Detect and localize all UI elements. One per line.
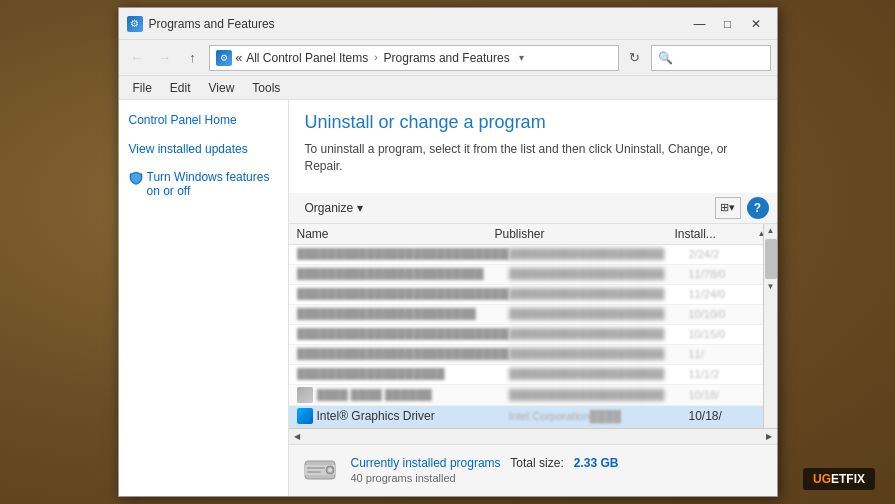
intel-date: 10/18/	[689, 409, 769, 423]
menu-tools[interactable]: Tools	[244, 79, 288, 97]
window-title: Programs and Features	[149, 17, 687, 31]
row-name: ███████████████████████	[297, 308, 509, 320]
toolbar: Organize ▾ ⊞▾ ?	[289, 193, 777, 224]
table-row-intel[interactable]: Intel® Graphics Driver Intel Corporation…	[289, 406, 777, 428]
address-bar-icon: ⚙	[216, 50, 232, 66]
window-controls: — □ ✕	[687, 14, 769, 34]
row-date: 10/15/0	[689, 328, 769, 340]
svg-rect-4	[307, 467, 325, 469]
svg-rect-5	[307, 471, 321, 473]
menu-file[interactable]: File	[125, 79, 160, 97]
intel-name-text: Intel® Graphics Driver	[317, 409, 435, 423]
address-bar[interactable]: ⚙ « All Control Panel Items › Programs a…	[209, 45, 619, 71]
row-publisher: ████████████████████	[509, 368, 689, 380]
minimize-button[interactable]: —	[687, 14, 713, 34]
forward-button[interactable]: →	[153, 46, 177, 70]
row-date: 2/24/2	[689, 248, 769, 260]
view-toggle-button[interactable]: ⊞▾	[715, 197, 741, 219]
main-description: To uninstall a program, select it from t…	[305, 141, 761, 175]
row-publisher: ████████████████████	[509, 389, 689, 401]
hdd-icon	[301, 451, 339, 489]
row-date: 10/18/	[689, 389, 769, 401]
row-publisher: ████████████████████	[509, 248, 689, 260]
program-list: ████████████████████████████ ███████████…	[289, 245, 777, 428]
nav-bar: ← → ↑ ⚙ « All Control Panel Items › Prog…	[119, 40, 777, 76]
row-publisher: ████████████████████	[509, 308, 689, 320]
row-name: ██████████████████████████████████	[297, 328, 509, 340]
address-path2: Programs and Features	[384, 51, 510, 65]
ugetfix-suffix: ETFIX	[831, 472, 865, 486]
row-name: ████ ████ ██████	[317, 389, 432, 401]
programs-features-window: ⚙ Programs and Features — □ ✕ ← → ↑ ⚙ « …	[118, 7, 778, 497]
main-panel: Uninstall or change a program To uninsta…	[289, 100, 777, 496]
col-header-installed[interactable]: Install...	[675, 227, 755, 241]
sidebar-view-updates[interactable]: View installed updates	[129, 141, 278, 158]
scroll-right-arrow[interactable]: ▶	[761, 428, 777, 444]
content-area: Control Panel Home View installed update…	[119, 100, 777, 496]
intel-icon	[297, 408, 313, 424]
status-main-text: Currently installed programs	[351, 456, 501, 470]
address-chevron: ›	[374, 52, 377, 63]
row-name: ███████████████████	[297, 368, 509, 380]
svg-point-3	[328, 468, 332, 472]
help-button[interactable]: ?	[747, 197, 769, 219]
sidebar: Control Panel Home View installed update…	[119, 100, 289, 496]
table-row[interactable]: ████████████████████████ ███████████████…	[289, 265, 777, 285]
row-publisher: ████████████████████	[509, 348, 689, 360]
window-icon: ⚙	[127, 16, 143, 32]
status-bar: Currently installed programs Total size:…	[289, 444, 777, 496]
list-header: Name Publisher Install... ▲	[289, 224, 777, 245]
row-publisher: ████████████████████	[509, 328, 689, 340]
address-dropdown-button[interactable]: ▾	[514, 45, 530, 71]
status-size-value: 2.33 GB	[574, 456, 619, 470]
menu-bar: File Edit View Tools	[119, 76, 777, 100]
row-date: 10/10/0	[689, 308, 769, 320]
table-row[interactable]: ███████████████████ ████████████████████…	[289, 365, 777, 385]
table-row[interactable]: ███████████████████████ ████████████████…	[289, 305, 777, 325]
scroll-thumb[interactable]	[765, 239, 777, 279]
row-date: 11/	[689, 348, 769, 360]
row-name: ████████████████████████████	[297, 248, 509, 260]
search-box[interactable]: 🔍	[651, 45, 771, 71]
menu-edit[interactable]: Edit	[162, 79, 199, 97]
search-icon: 🔍	[658, 51, 673, 65]
vertical-scrollbar[interactable]: ▲ ▼	[763, 224, 777, 428]
scroll-left-arrow[interactable]: ◀	[289, 428, 305, 444]
status-text: Currently installed programs Total size:…	[351, 456, 619, 484]
table-row[interactable]: ████████████████████████████████ ███████…	[289, 285, 777, 305]
table-row[interactable]: ██████████████████████████████████ █████…	[289, 325, 777, 345]
address-path1: «	[236, 51, 243, 65]
organize-button[interactable]: Organize ▾	[297, 198, 371, 218]
row-date: 11/78/0	[689, 268, 769, 280]
ugetfix-badge: UGETFIX	[803, 468, 875, 490]
main-title: Uninstall or change a program	[305, 112, 761, 133]
maximize-button[interactable]: □	[715, 14, 741, 34]
row-name: ████████████████████████	[297, 268, 509, 280]
refresh-button[interactable]: ↻	[623, 46, 647, 70]
horizontal-scrollbar[interactable]: ◀ ▶	[289, 428, 777, 444]
row-date: 11/1/2	[689, 368, 769, 380]
close-button[interactable]: ✕	[743, 14, 769, 34]
table-row[interactable]: ████████████████████████████ ███████████…	[289, 245, 777, 265]
intel-publisher: Intel Corporation████	[509, 410, 689, 422]
title-bar: ⚙ Programs and Features — □ ✕	[119, 8, 777, 40]
row-name: █████████████████████████████	[297, 348, 509, 360]
menu-view[interactable]: View	[201, 79, 243, 97]
scroll-track	[305, 431, 761, 441]
table-row[interactable]: █████████████████████████████ ██████████…	[289, 345, 777, 365]
sidebar-windows-features[interactable]: Turn Windows features on or off	[129, 170, 278, 198]
address-path1-text: All Control Panel Items	[246, 51, 368, 65]
col-header-name[interactable]: Name	[297, 227, 495, 241]
row-name: ████████████████████████████████	[297, 288, 509, 300]
back-button[interactable]: ←	[125, 46, 149, 70]
row-with-icon: ████ ████ ██████	[297, 387, 509, 403]
up-button[interactable]: ↑	[181, 46, 205, 70]
scroll-down-arrow[interactable]: ▼	[764, 280, 778, 294]
scroll-up-arrow[interactable]: ▲	[764, 224, 778, 238]
shield-icon	[129, 171, 143, 185]
col-header-publisher[interactable]: Publisher	[495, 227, 675, 241]
row-publisher: ████████████████████	[509, 288, 689, 300]
table-row[interactable]: ████ ████ ██████ ████████████████████ 10…	[289, 385, 777, 406]
sidebar-control-panel-home[interactable]: Control Panel Home	[129, 112, 278, 129]
intel-row-name: Intel® Graphics Driver	[297, 408, 509, 424]
